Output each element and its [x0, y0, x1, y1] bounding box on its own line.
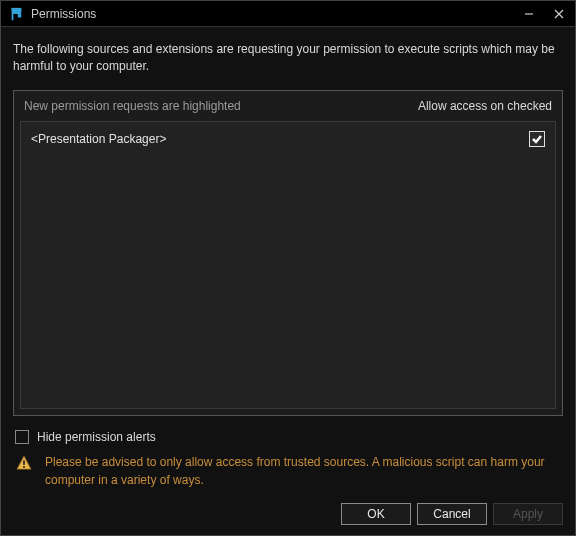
requests-list: <Presentation Packager>	[20, 121, 556, 409]
list-item[interactable]: <Presentation Packager>	[21, 122, 555, 156]
hide-alerts-label: Hide permission alerts	[37, 430, 156, 444]
cancel-button[interactable]: Cancel	[417, 503, 487, 525]
window-controls	[517, 4, 571, 24]
app-icon	[9, 7, 23, 21]
hide-alerts-row: Hide permission alerts	[13, 430, 563, 444]
svg-rect-0	[12, 7, 22, 11]
list-item-label: <Presentation Packager>	[31, 132, 529, 146]
panel-hint: New permission requests are highlighted	[24, 99, 241, 113]
panel-header: New permission requests are highlighted …	[14, 91, 562, 121]
dialog-content: The following sources and extensions are…	[1, 27, 575, 535]
allow-checkbox[interactable]	[529, 131, 545, 147]
panel-action-label: Allow access on checked	[418, 99, 552, 113]
hide-alerts-checkbox[interactable]	[15, 430, 29, 444]
requests-panel: New permission requests are highlighted …	[13, 90, 563, 416]
svg-rect-5	[23, 466, 25, 468]
svg-rect-4	[23, 461, 25, 466]
warning-row: Please be advised to only allow access f…	[13, 454, 563, 489]
intro-text: The following sources and extensions are…	[13, 41, 563, 76]
warning-icon	[15, 454, 35, 472]
titlebar: Permissions	[1, 1, 575, 27]
close-button[interactable]	[547, 4, 571, 24]
button-row: OK Cancel Apply	[13, 503, 563, 525]
ok-button[interactable]: OK	[341, 503, 411, 525]
window-title: Permissions	[31, 7, 517, 21]
apply-button: Apply	[493, 503, 563, 525]
warning-text: Please be advised to only allow access f…	[45, 454, 561, 489]
minimize-button[interactable]	[517, 4, 541, 24]
